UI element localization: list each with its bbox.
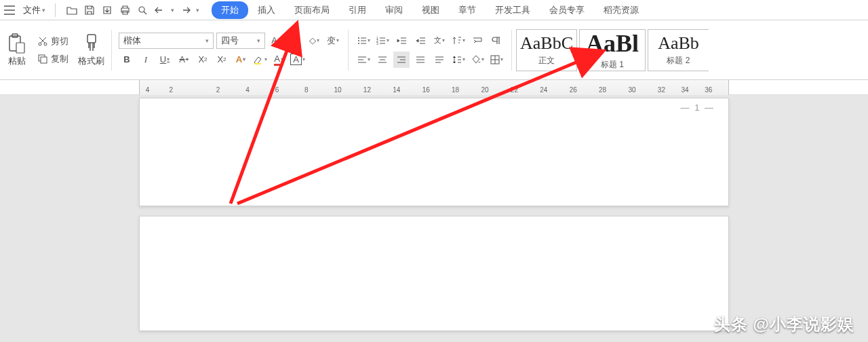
ruler-mark: 10 [334,86,341,94]
style-label: 正文 [538,55,555,66]
font-size-combo[interactable]: 四号 ▾ [216,33,265,49]
format-painter-button[interactable]: 格式刷 [75,32,107,69]
paragraph-mark-button[interactable] [488,33,505,49]
bold-button[interactable]: B [119,52,135,68]
char-border-button[interactable]: A [290,52,306,68]
ruler-mark: 6 [275,86,279,94]
ruler-mark: 12 [363,86,371,94]
document-page[interactable] [139,216,729,331]
increase-indent-button[interactable] [412,33,429,49]
bullets-button[interactable] [355,33,372,49]
align-center-button[interactable] [374,52,391,68]
decrease-indent-button[interactable] [393,33,410,49]
ruler-mark: 2 [169,86,173,94]
align-distribute-button[interactable] [431,52,448,68]
redo-icon[interactable] [178,3,192,17]
ruler-mark: 30 [628,86,635,94]
align-right-button[interactable] [393,52,410,68]
watermark-text: 头条 @小李说影娱 [714,314,854,335]
open-icon[interactable] [65,3,79,17]
horizontal-ruler[interactable]: 4 2 2 4 6 8 10 12 14 16 18 20 22 24 26 2… [139,80,729,95]
decrease-font-icon[interactable]: A- [287,33,303,49]
borders-button[interactable] [488,52,505,68]
font-size-value: 四号 [221,35,239,47]
font-group: 楷体 ▾ 四号 ▾ A+ A- ◇ 变 B I U A X2 X2 A A A [116,33,344,68]
copy-button[interactable]: 复制 [34,52,71,66]
ruler-mark: 24 [540,86,547,94]
save-icon[interactable] [83,3,96,17]
underline-button[interactable]: U [157,52,173,68]
svg-point-11 [358,40,359,41]
style-preview: AaBb [658,33,699,54]
ruler-mark: 2 [216,86,220,94]
ruler-mark: 32 [658,86,665,94]
print-preview-icon[interactable] [136,3,149,17]
file-menu-label: 文件 [23,4,41,16]
sort-button[interactable] [450,33,467,49]
svg-point-10 [358,37,359,39]
style-label: 标题 2 [667,55,690,66]
tab-insert[interactable]: 插入 [248,1,285,19]
style-heading1[interactable]: AaBl 标题 1 [579,29,646,71]
chevron-down-icon: ▾ [205,37,209,44]
align-justify-button[interactable] [412,52,429,68]
ribbon-tabs: 开始 插入 页面布局 引用 审阅 视图 章节 开发工具 会员专享 稻壳资源 [212,1,648,19]
ruler-mark: 4 [245,86,250,94]
clear-formatting-icon[interactable]: ◇ [306,33,322,49]
undo-icon[interactable] [153,3,167,17]
tab-review[interactable]: 审阅 [376,1,412,19]
svg-point-0 [139,7,144,12]
ruler-mark: 20 [481,86,488,94]
tab-page-layout[interactable]: 页面布局 [285,1,339,19]
print-icon[interactable] [118,3,132,17]
quick-access-toolbar: ▾ ▾ [61,3,203,17]
subscript-button[interactable]: X2 [214,52,230,68]
line-break-button[interactable] [469,33,486,49]
tab-developer[interactable]: 开发工具 [486,1,540,19]
separator [348,30,349,71]
line-spacing-button[interactable] [450,52,467,68]
tab-start[interactable]: 开始 [212,1,248,19]
ruler-mark: 16 [422,86,430,94]
paragraph-group: 123 文 [353,33,507,68]
cut-label: 剪切 [51,35,68,48]
document-area: — 1 — [0,95,868,342]
menu-icon[interactable] [3,3,16,17]
font-color-button[interactable]: A [271,52,287,68]
superscript-button[interactable]: X2 [195,52,211,68]
italic-button[interactable]: I [138,52,154,68]
pinyin-guide-icon[interactable]: 变 [325,33,341,49]
top-bar: 文件 ▾ ▾ ▾ 开始 插入 页面布局 引用 审阅 视图 章节 开发工具 会员专… [0,0,868,20]
format-painter-label: 格式刷 [78,55,104,67]
separator [511,30,512,71]
style-normal[interactable]: AaBbC 正文 [516,29,577,71]
text-effects-button[interactable]: A [233,52,249,68]
font-name-combo[interactable]: 楷体 ▾ [119,33,214,49]
style-heading2[interactable]: AaBb 标题 2 [648,29,709,71]
tab-docer[interactable]: 稻壳资源 [594,1,648,19]
tab-sections[interactable]: 章节 [449,1,486,19]
tab-member[interactable]: 会员专享 [540,1,594,19]
qat-more-icon[interactable]: ▾ [196,7,199,14]
numbering-button[interactable]: 123 [374,33,391,49]
svg-point-4 [39,43,41,45]
strikethrough-button[interactable]: A [176,52,192,68]
paste-button[interactable]: 粘贴 [4,32,30,69]
undo-dropdown-icon[interactable]: ▾ [171,7,174,14]
document-page[interactable]: — 1 — [139,98,729,206]
svg-rect-7 [41,57,47,63]
tab-references[interactable]: 引用 [339,1,376,19]
scissors-icon [37,35,49,48]
paste-icon [7,33,27,54]
export-icon[interactable] [100,3,114,17]
tab-view[interactable]: 视图 [412,1,449,19]
file-menu[interactable]: 文件 ▾ [19,3,50,18]
text-direction-button[interactable]: 文 [431,33,448,49]
align-left-button[interactable] [355,52,372,68]
ruler-mark: 8 [304,86,309,94]
highlight-button[interactable] [252,52,268,68]
shading-button[interactable] [469,52,486,68]
increase-font-icon[interactable]: A+ [268,33,284,49]
chevron-down-icon: ▾ [42,7,45,14]
cut-button[interactable]: 剪切 [34,34,71,49]
